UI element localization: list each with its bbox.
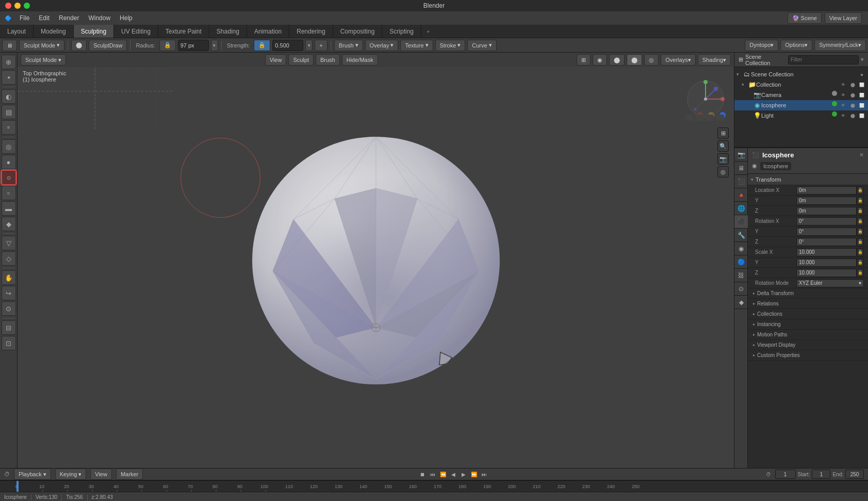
keying-menu-btn[interactable]: Keying▾ bbox=[55, 468, 87, 480]
coll-restrict3[interactable]: ⬜ bbox=[858, 80, 866, 89]
sculpt-menu-btn[interactable]: Sculpt bbox=[288, 54, 314, 66]
menu-help[interactable]: Help bbox=[116, 13, 137, 23]
next-keyframe-btn[interactable]: ⏭ bbox=[480, 470, 489, 479]
rotation-x-lock[interactable]: 🔒 bbox=[857, 217, 864, 225]
crease-btn[interactable]: ⊙ bbox=[2, 170, 16, 185]
playback-menu-btn[interactable]: Playback▾ bbox=[14, 468, 51, 480]
cursor-tool-btn[interactable]: ⊕ bbox=[2, 55, 16, 69]
viewport-mode-local[interactable]: ⊞ bbox=[577, 54, 591, 66]
dyntopo-btn[interactable]: Dyntopo▾ bbox=[745, 40, 778, 51]
overlay-dropdown[interactable]: Overlay▾ bbox=[365, 40, 399, 51]
view-local-btn[interactable]: 🔍 bbox=[717, 140, 729, 152]
location-y-lock[interactable]: 🔒 bbox=[857, 197, 864, 205]
scene-selector[interactable]: 🔮 Scene bbox=[788, 12, 822, 24]
location-z-value[interactable]: 0m bbox=[796, 207, 857, 215]
prop-material-tab[interactable]: ◆ bbox=[734, 296, 748, 309]
location-y-value[interactable]: 0m bbox=[796, 197, 857, 205]
view-render-btn[interactable]: ◎ bbox=[717, 166, 729, 177]
thumb-btn[interactable]: ⊙ bbox=[2, 301, 16, 316]
strength-lock-btn[interactable]: 🔒 bbox=[254, 40, 270, 51]
tab-rendering[interactable]: Rendering bbox=[289, 25, 333, 38]
view-layer-selector[interactable]: View Layer bbox=[825, 12, 862, 24]
brush-menu-btn[interactable]: Brush bbox=[316, 54, 340, 66]
stop-btn[interactable]: ⏹ bbox=[418, 470, 427, 479]
grab-btn[interactable]: ✋ bbox=[2, 270, 16, 285]
marker-menu-btn[interactable]: Marker bbox=[116, 468, 143, 480]
start-frame-input[interactable] bbox=[812, 470, 830, 479]
hide-mask-btn[interactable]: Hide/Mask bbox=[342, 54, 378, 66]
clay-strips-btn[interactable]: ▤ bbox=[2, 105, 16, 119]
tree-item-light[interactable]: ▸ 💡 Light 👁 ⬤ ⬜ bbox=[734, 110, 868, 121]
close-button[interactable] bbox=[5, 3, 11, 9]
strength-value[interactable]: 0.500 bbox=[272, 40, 303, 51]
collections-header[interactable]: ▸ Collections bbox=[748, 309, 868, 319]
view-perspective-btn[interactable]: ⊞ bbox=[717, 127, 729, 139]
instancing-header[interactable]: ▸ Instancing bbox=[748, 319, 868, 330]
view-menu-btn[interactable]: View bbox=[265, 54, 287, 66]
relations-header[interactable]: ▸ Relations bbox=[748, 299, 868, 309]
inflate-btn[interactable]: ◎ bbox=[2, 139, 16, 154]
prop-scene-tab[interactable]: 🔺 bbox=[734, 188, 748, 202]
location-x-value[interactable]: 0m bbox=[796, 186, 857, 195]
prev-keyframe-btn[interactable]: ⏮ bbox=[428, 470, 437, 479]
tab-sculpting[interactable]: Sculpting bbox=[74, 25, 114, 38]
radius-chevron[interactable]: ▾ bbox=[211, 40, 218, 51]
cam-vis-btn[interactable]: 👁 bbox=[839, 91, 847, 99]
scale-y-lock[interactable]: 🔒 bbox=[857, 258, 864, 267]
snake-hook-btn[interactable]: ↪ bbox=[2, 286, 16, 300]
prop-view-layer-tab[interactable]: ⬛ bbox=[734, 175, 748, 188]
cam-render-btn[interactable]: ⬜ bbox=[858, 91, 866, 99]
rotation-z-lock[interactable]: 🔒 bbox=[857, 238, 864, 246]
light-render-btn[interactable]: ⬜ bbox=[858, 111, 866, 120]
current-frame-input[interactable] bbox=[775, 470, 796, 479]
back-step-btn[interactable]: ⏪ bbox=[438, 470, 448, 479]
location-x-lock[interactable]: 🔒 bbox=[857, 186, 864, 195]
rotation-y-value[interactable]: 0° bbox=[796, 228, 857, 236]
menu-window[interactable]: Window bbox=[84, 13, 114, 23]
scrape-btn[interactable]: ▽ bbox=[2, 236, 16, 250]
tree-item-camera[interactable]: ▸ 📷 Camera 👁 ⬤ ⬜ bbox=[734, 90, 868, 100]
sphere-3d[interactable] bbox=[242, 126, 510, 395]
pinch-btn[interactable]: ◇ bbox=[2, 251, 16, 266]
maximize-button[interactable] bbox=[24, 3, 30, 9]
timeline-ruler[interactable]: 0 10 20 30 40 50 60 70 80 90 100 110 120… bbox=[0, 480, 868, 492]
texture-dropdown[interactable]: Texture▾ bbox=[400, 40, 433, 51]
custom-properties-header[interactable]: ▸ Custom Properties bbox=[748, 350, 868, 361]
viewport-mode-solid[interactable]: ⬤ bbox=[627, 54, 642, 66]
scale-z-lock[interactable]: 🔒 bbox=[857, 269, 864, 277]
cam-sel-btn[interactable]: ⬤ bbox=[848, 91, 857, 99]
transform-section-header[interactable]: ▾ Transform bbox=[748, 174, 868, 185]
blob-btn[interactable]: ● bbox=[2, 155, 16, 169]
navigation-gizmo[interactable] bbox=[682, 76, 729, 122]
tab-layout[interactable]: Layout bbox=[0, 25, 34, 38]
rotation-z-value[interactable]: 0° bbox=[796, 238, 857, 246]
symmetry-lock-btn[interactable]: Symmetry/Lock▾ bbox=[814, 40, 866, 51]
view-camera-btn[interactable]: 📷 bbox=[717, 153, 729, 165]
ico-sel-btn[interactable]: ⬤ bbox=[848, 101, 857, 109]
prop-constraints-tab[interactable]: ⛓ bbox=[734, 269, 748, 282]
prop-output-tab[interactable]: 🖥 bbox=[734, 161, 748, 175]
viewport-mode-material[interactable]: ⬤ bbox=[609, 54, 625, 66]
outliner-search-input[interactable] bbox=[788, 55, 859, 64]
forward-step-btn[interactable]: ⏩ bbox=[469, 470, 479, 479]
light-vis-btn[interactable]: 👁 bbox=[839, 111, 847, 120]
sculpt-mode-dropdown[interactable]: Sculpt Mode ▾ bbox=[19, 40, 64, 51]
viewport-mode-wireframe[interactable]: ◎ bbox=[644, 54, 659, 66]
tab-uv-editing[interactable]: UV Editing bbox=[114, 25, 158, 38]
scale-z-value[interactable]: 10.000 bbox=[796, 269, 857, 277]
smooth-btn[interactable]: ≈ bbox=[2, 186, 16, 200]
prop-data-tab[interactable]: ⊙ bbox=[734, 282, 748, 296]
tree-item-icosphere[interactable]: ▸ ◉ Icosphere 👁 ⬤ ⬜ bbox=[734, 100, 868, 110]
radius-lock-btn[interactable]: 🔒 bbox=[159, 40, 176, 51]
prop-render-tab[interactable]: 📷 bbox=[734, 148, 748, 161]
delta-transform-header[interactable]: ▸ Delta Transform bbox=[748, 288, 868, 299]
rotation-x-value[interactable]: 0° bbox=[796, 217, 857, 225]
menu-render[interactable]: Render bbox=[55, 13, 83, 23]
ico-render-btn[interactable]: ⬜ bbox=[858, 101, 866, 109]
stroke-dropdown[interactable]: Stroke▾ bbox=[435, 40, 466, 51]
draw-tool-btn[interactable]: ✦ bbox=[2, 70, 16, 85]
brush-dropdown[interactable]: Brush▾ bbox=[334, 40, 363, 51]
prop-modifier-tab[interactable]: 🔧 bbox=[734, 229, 748, 242]
clay-tool-btn[interactable]: ◐ bbox=[2, 89, 16, 104]
location-z-lock[interactable]: 🔒 bbox=[857, 207, 864, 215]
